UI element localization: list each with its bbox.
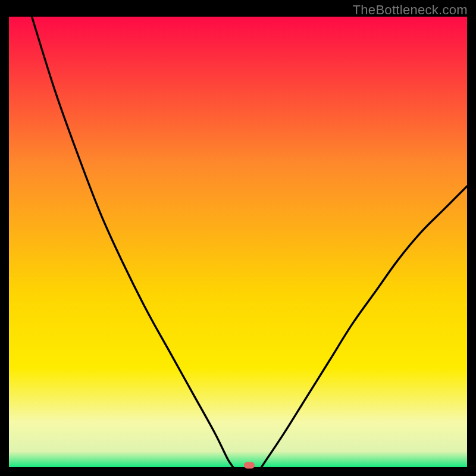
- watermark-text: TheBottleneck.com: [353, 2, 468, 18]
- optimal-point-marker: [244, 462, 255, 469]
- bottleneck-curve: [9, 17, 467, 475]
- chart-frame: TheBottleneck.com: [0, 0, 476, 476]
- plot-area: [9, 17, 467, 467]
